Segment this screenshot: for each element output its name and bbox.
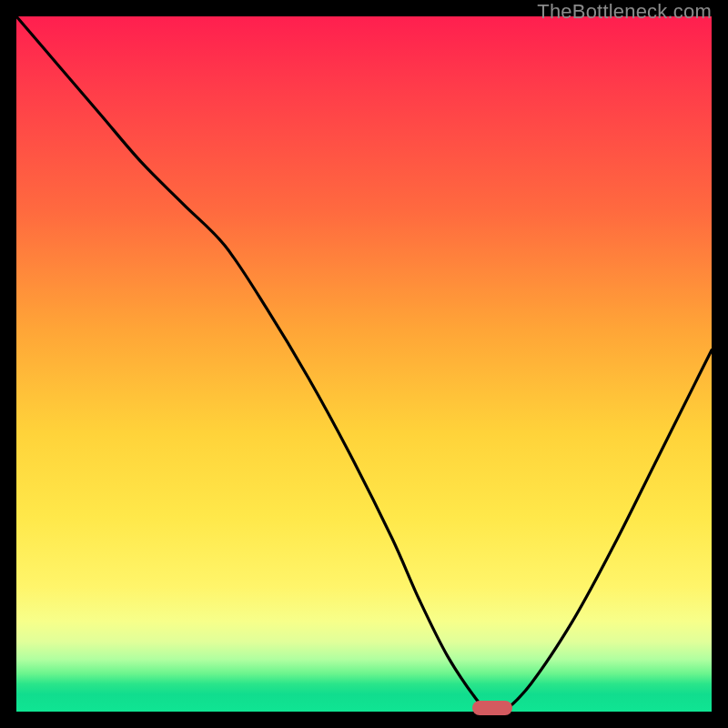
plot-area: [16, 16, 712, 712]
bottleneck-curve: [16, 16, 712, 712]
chart-frame: TheBottleneck.com: [0, 0, 728, 728]
curve-path: [16, 16, 712, 714]
attribution-label: TheBottleneck.com: [537, 0, 712, 24]
optimal-marker: [472, 701, 512, 715]
